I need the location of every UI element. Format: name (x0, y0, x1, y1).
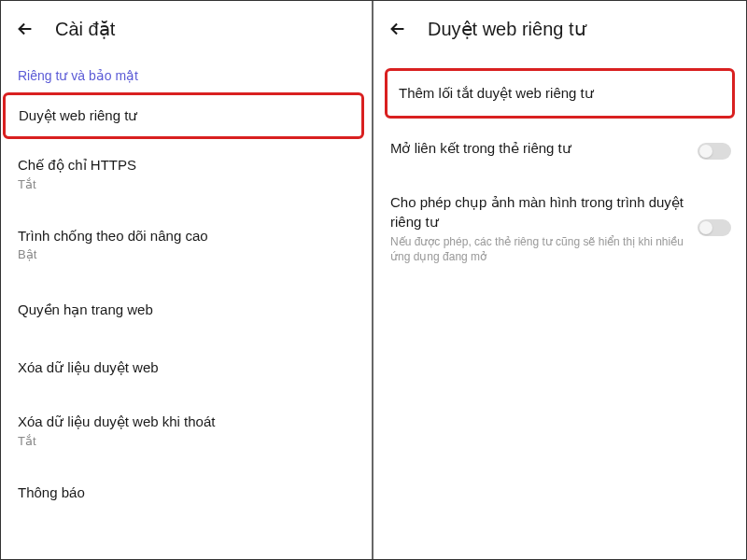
item-notifications[interactable]: Thông báo (1, 469, 372, 517)
toggle-switch[interactable] (698, 143, 731, 160)
section-header-privacy: Riêng tư và bảo mật (1, 57, 372, 91)
list-item-label: Quyền hạn trang web (18, 301, 355, 319)
toggle-label: Mở liên kết trong thẻ riêng tư (390, 139, 686, 158)
back-icon[interactable] (387, 18, 409, 40)
back-icon[interactable] (14, 18, 36, 40)
list-item-label: Xóa dữ liệu duyệt web (18, 358, 355, 377)
row-open-links-private[interactable]: Mở liên kết trong thẻ riêng tư (374, 126, 746, 173)
toggle-label: Cho phép chụp ảnh màn hình trong trình d… (390, 193, 686, 231)
item-delete-browsing-data[interactable]: Xóa dữ liệu duyệt web (1, 343, 372, 392)
page-title: Duyệt web riêng tư (428, 18, 586, 40)
list-item-status: Bật (18, 247, 355, 261)
item-site-permissions[interactable]: Quyền hạn trang web (1, 286, 372, 334)
toggle-description: Nếu được phép, các thẻ riêng tư cũng sẽ … (390, 234, 686, 264)
list-item-status: Tắt (18, 177, 355, 191)
settings-panel: Cài đặt Riêng tư và bảo mật Duyệt web ri… (1, 1, 374, 559)
list-item-label: Chế độ chỉ HTTPS (18, 156, 355, 175)
header-right: Duyệt web riêng tư (374, 1, 746, 57)
list-item-label: Trình chống theo dõi nâng cao (18, 227, 355, 245)
item-tracking-protection[interactable]: Trình chống theo dõi nâng cao Bật (1, 212, 372, 276)
list-item-label: Thông báo (18, 483, 355, 502)
item-private-browsing[interactable]: Duyệt web riêng tư (3, 92, 364, 139)
list-item-label: Thêm lối tắt duyệt web riêng tư (399, 84, 721, 103)
list-item-label: Duyệt web riêng tư (19, 106, 348, 125)
private-browsing-panel: Duyệt web riêng tư Thêm lối tắt duyệt we… (374, 1, 746, 559)
list-item-status: Tắt (18, 434, 355, 448)
item-https-only[interactable]: Chế độ chỉ HTTPS Tắt (1, 141, 372, 205)
page-title: Cài đặt (55, 18, 115, 40)
item-delete-on-quit[interactable]: Xóa dữ liệu duyệt web khi thoát Tắt (1, 398, 372, 462)
header-left: Cài đặt (1, 1, 372, 57)
toggle-switch[interactable] (698, 219, 731, 236)
list-item-label: Xóa dữ liệu duyệt web khi thoát (18, 413, 355, 431)
row-allow-screenshots[interactable]: Cho phép chụp ảnh màn hình trong trình d… (374, 180, 746, 277)
item-add-private-shortcut[interactable]: Thêm lối tắt duyệt web riêng tư (385, 68, 735, 119)
